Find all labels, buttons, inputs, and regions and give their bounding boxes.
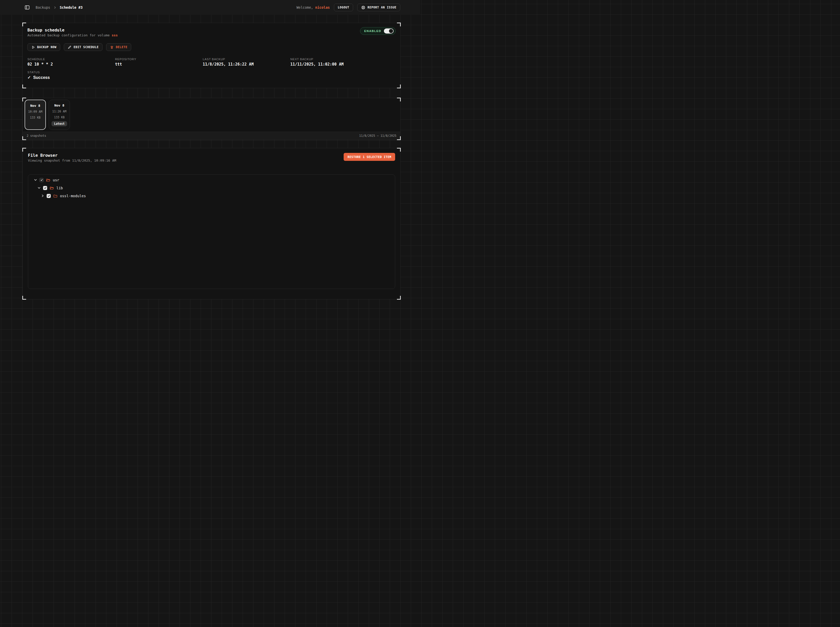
field-schedule: SCHEDULE 02 10 * * 2	[27, 58, 115, 66]
logout-button[interactable]: LOGOUT	[334, 3, 353, 11]
field-label: LAST BACKUP	[203, 58, 291, 61]
snapshot-date-range: 11/8/2025 – 11/8/2025	[359, 134, 396, 137]
breadcrumb-backups[interactable]: Backups	[36, 5, 50, 9]
tree-row-usr[interactable]: usr	[31, 176, 392, 184]
lifebuoy-icon	[361, 5, 365, 10]
file-browser-subtitle: Viewing snapshot from 11/8/2025, 10:09:1…	[28, 159, 395, 162]
snapshot-time: 11:26 AM	[52, 110, 66, 113]
breadcrumb-current-page: Schedule #3	[60, 5, 82, 9]
edit-schedule-label: EDIT SCHEDULE	[74, 45, 99, 49]
snapshot-tile[interactable]: Nov 8 11:26 AM 133 KB Latest	[49, 100, 70, 130]
chevron-right-icon[interactable]	[41, 194, 44, 197]
field-label: REPOSITORY	[115, 58, 203, 61]
welcome-prefix: Welcome,	[297, 5, 313, 9]
tree-item-name: ossl-modules	[60, 194, 86, 198]
field-value: 11/8/2025, 11:26:22 AM	[203, 62, 291, 66]
snapshot-size: 133 KB	[54, 115, 65, 119]
file-tree: usr lib	[28, 175, 395, 289]
snapshot-date: Nov 8	[54, 104, 64, 107]
field-next-backup: NEXT BACKUP 11/11/2025, 11:02:00 AM	[291, 58, 396, 66]
latest-badge: Latest	[52, 121, 67, 126]
file-browser-title: File Browser	[28, 153, 395, 158]
toggle-switch[interactable]	[384, 28, 393, 33]
report-issue-label: REPORT AN ISSUE	[368, 6, 396, 9]
breadcrumb: Backups Schedule #3	[36, 5, 82, 9]
toggle-knob	[389, 29, 393, 33]
field-label: NEXT BACKUP	[291, 58, 396, 61]
welcome-text: Welcome, nicolas	[297, 5, 330, 9]
snapshot-size: 133 KB	[30, 116, 41, 119]
snapshot-tile-selected[interactable]: Nov 8 10:09 AM 133 KB	[25, 100, 46, 130]
tree-item-name: usr	[53, 178, 59, 182]
corner-bracket	[397, 22, 401, 27]
corner-bracket	[22, 148, 26, 152]
username: nicolas	[315, 5, 330, 9]
snapshot-date: Nov 8	[30, 104, 40, 107]
backup-now-button[interactable]: BACKUP NOW	[27, 43, 60, 51]
snapshot-strip: Nov 8 10:09 AM 133 KB Nov 8 11:26 AM 133…	[23, 98, 400, 132]
corner-bracket	[22, 98, 26, 101]
trash-icon	[110, 45, 114, 49]
snapshots-footer: 2 snapshots 11/8/2025 – 11/8/2025	[23, 132, 400, 140]
file-browser-card: File Browser Viewing snapshot from 11/8/…	[22, 148, 401, 299]
status-block: STATUS ✓ Success	[27, 71, 396, 80]
chevron-down-icon[interactable]	[34, 178, 37, 181]
checkbox-mixed[interactable]	[39, 178, 44, 182]
folder-open-icon	[46, 178, 51, 182]
enabled-toggle[interactable]: ENABLED	[360, 27, 396, 35]
report-issue-button[interactable]: REPORT AN ISSUE	[357, 3, 400, 11]
delete-button[interactable]: DELETE	[106, 43, 131, 51]
field-repository: REPOSITORY ttt	[115, 58, 203, 66]
chevron-down-icon[interactable]	[38, 186, 41, 189]
pencil-icon	[68, 45, 71, 49]
checkbox-checked[interactable]	[47, 194, 51, 198]
card-title: Backup schedule	[27, 28, 396, 33]
tree-row-lib[interactable]: lib	[31, 184, 392, 192]
card-subtitle: Automated backup configuration for volum…	[27, 33, 396, 37]
status-label: STATUS	[27, 71, 396, 74]
logout-label: LOGOUT	[338, 6, 349, 9]
snapshot-count: 2 snapshots	[27, 134, 46, 137]
corner-bracket	[397, 296, 401, 300]
status-value: ✓ Success	[27, 75, 396, 80]
corner-bracket	[397, 98, 401, 101]
field-last-backup: LAST BACKUP 11/8/2025, 11:26:22 AM	[203, 58, 291, 66]
folder-icon	[53, 194, 58, 198]
backup-now-label: BACKUP NOW	[37, 45, 56, 49]
field-value: ttt	[115, 62, 203, 66]
tree-item-name: lib	[56, 186, 63, 190]
tree-row-ossl-modules[interactable]: ossl-modules	[31, 192, 392, 200]
corner-bracket	[397, 85, 401, 88]
enabled-label: ENABLED	[364, 30, 381, 33]
backup-schedule-card: Backup schedule Automated backup configu…	[22, 23, 401, 88]
checkbox-checked[interactable]	[43, 186, 47, 190]
volume-name: sss	[112, 33, 118, 37]
corner-bracket	[397, 136, 401, 140]
chevron-right-icon	[53, 6, 57, 9]
panel-left-icon	[24, 5, 30, 10]
delete-label: DELETE	[116, 45, 127, 49]
corner-bracket	[397, 148, 401, 152]
sidebar-toggle-button[interactable]	[24, 5, 30, 10]
subtitle-text: Automated backup configuration for volum…	[27, 33, 112, 37]
corner-bracket	[22, 296, 26, 300]
corner-bracket	[22, 85, 26, 88]
top-bar: Backups Schedule #3 Welcome, nicolas LOG…	[0, 0, 420, 15]
field-label: SCHEDULE	[27, 58, 115, 61]
corner-bracket	[22, 22, 26, 27]
play-icon	[31, 45, 35, 49]
schedule-fields: SCHEDULE 02 10 * * 2 REPOSITORY ttt LAST…	[27, 58, 396, 66]
restore-button[interactable]: RESTORE 1 SELECTED ITEM	[344, 153, 395, 161]
field-value: 11/11/2025, 11:02:00 AM	[291, 62, 396, 66]
check-icon: ✓	[27, 75, 31, 80]
status-text: Success	[33, 75, 50, 80]
edit-schedule-button[interactable]: EDIT SCHEDULE	[64, 43, 103, 51]
snapshots-card: Nov 8 10:09 AM 133 KB Nov 8 11:26 AM 133…	[22, 98, 401, 140]
field-value: 02 10 * * 2	[27, 62, 115, 66]
folder-open-icon	[49, 186, 54, 190]
corner-bracket	[22, 136, 26, 140]
snapshot-time: 10:09 AM	[28, 110, 42, 113]
